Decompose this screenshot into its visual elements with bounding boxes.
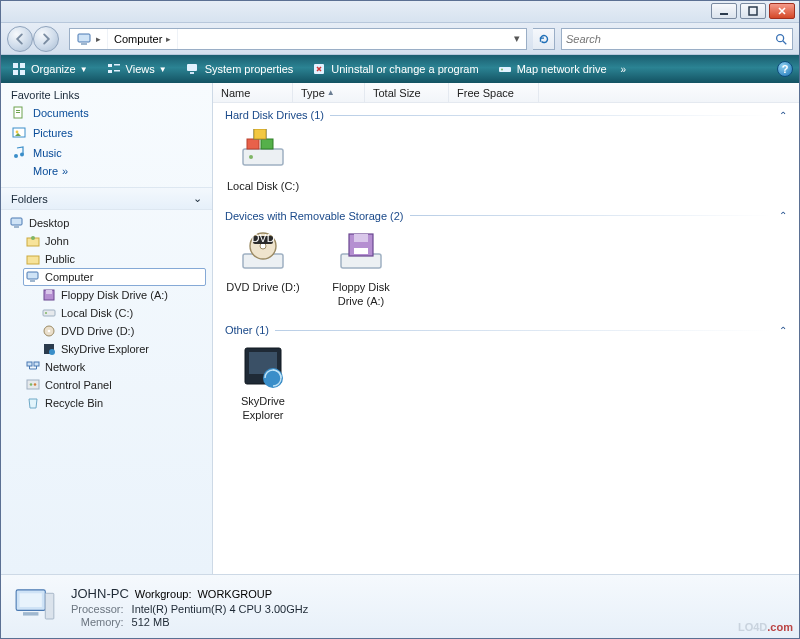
svg-rect-16 bbox=[499, 67, 511, 72]
svg-rect-47 bbox=[247, 139, 259, 149]
computer-icon bbox=[25, 269, 41, 285]
collapse-icon[interactable]: ⌃ bbox=[779, 210, 787, 221]
organize-button[interactable]: Organize ▼ bbox=[7, 59, 92, 79]
back-button[interactable] bbox=[7, 26, 33, 52]
drive-local-disk-c[interactable]: Local Disk (C:) bbox=[225, 129, 301, 194]
collapse-icon[interactable]: ⌃ bbox=[779, 110, 787, 121]
svg-rect-6 bbox=[20, 63, 25, 68]
svg-rect-66 bbox=[45, 593, 54, 619]
titlebar bbox=[1, 1, 799, 23]
folders-header[interactable]: Folders ⌄ bbox=[1, 187, 212, 210]
group-header[interactable]: Hard Disk Drives (1) ⌃ bbox=[225, 109, 787, 121]
tree-skydrive[interactable]: SkyDrive Explorer bbox=[39, 340, 206, 358]
help-button[interactable]: ? bbox=[777, 61, 793, 77]
nav-history-buttons bbox=[7, 26, 63, 52]
maximize-button[interactable] bbox=[740, 3, 766, 19]
tree-label: John bbox=[45, 235, 69, 247]
svg-rect-13 bbox=[187, 64, 197, 71]
navigation-bar: ▸ Computer ▸ ▾ bbox=[1, 23, 799, 55]
svg-rect-29 bbox=[27, 256, 39, 264]
tree-public[interactable]: Public bbox=[23, 250, 206, 268]
breadcrumb-computer[interactable]: Computer ▸ bbox=[108, 29, 178, 49]
svg-point-4 bbox=[777, 34, 784, 41]
location-dropdown-icon[interactable]: ▾ bbox=[508, 32, 526, 45]
drive-skydrive[interactable]: SkyDrive Explorer bbox=[225, 344, 301, 423]
svg-rect-40 bbox=[27, 362, 32, 366]
floppy-drive-icon bbox=[337, 230, 385, 278]
cmd-label: Organize bbox=[31, 63, 76, 75]
tree-label: Floppy Disk Drive (A:) bbox=[61, 289, 168, 301]
cmd-label: Map network drive bbox=[517, 63, 607, 75]
tree-local-disk-c[interactable]: Local Disk (C:) bbox=[39, 304, 206, 322]
svg-rect-34 bbox=[43, 310, 55, 316]
sidebar-item-documents[interactable]: Documents bbox=[11, 103, 202, 123]
tree-desktop[interactable]: Desktop bbox=[7, 214, 206, 232]
dropdown-icon: ▼ bbox=[80, 65, 88, 74]
user-folder-icon bbox=[25, 233, 41, 249]
forward-button[interactable] bbox=[33, 26, 59, 52]
column-total-size[interactable]: Total Size bbox=[365, 83, 449, 102]
breadcrumb-root[interactable]: ▸ bbox=[70, 29, 108, 49]
control-panel-icon bbox=[25, 377, 41, 393]
svg-point-28 bbox=[31, 236, 35, 240]
svg-text:DVD: DVD bbox=[251, 232, 274, 244]
more-commands-icon[interactable]: » bbox=[621, 64, 627, 75]
sidebar-item-more[interactable]: More » bbox=[11, 163, 202, 179]
svg-rect-5 bbox=[13, 63, 18, 68]
map-drive-button[interactable]: Map network drive bbox=[493, 59, 611, 79]
tree-john[interactable]: John bbox=[23, 232, 206, 250]
skydrive-icon bbox=[239, 344, 287, 392]
favorites-list: Documents Pictures Music More » bbox=[1, 103, 212, 187]
tree-control-panel[interactable]: Control Panel bbox=[23, 376, 206, 394]
tree-floppy-a[interactable]: Floppy Disk Drive (A:) bbox=[39, 286, 206, 304]
folder-tree: Desktop John Public bbox=[1, 210, 212, 574]
tree-network[interactable]: Network bbox=[23, 358, 206, 376]
refresh-button[interactable] bbox=[533, 28, 555, 50]
tree-label: Computer bbox=[45, 271, 93, 283]
minimize-button[interactable] bbox=[711, 3, 737, 19]
search-input[interactable] bbox=[566, 33, 774, 45]
views-button[interactable]: Views ▼ bbox=[102, 59, 171, 79]
map-drive-icon bbox=[497, 61, 513, 77]
more-label: More bbox=[33, 165, 58, 177]
search-icon[interactable] bbox=[774, 32, 788, 46]
hdd-icon bbox=[41, 305, 57, 321]
svg-rect-26 bbox=[14, 226, 19, 228]
collapse-icon[interactable]: ⌃ bbox=[779, 325, 787, 336]
svg-point-44 bbox=[34, 383, 37, 386]
tree-computer[interactable]: Computer bbox=[23, 268, 206, 286]
svg-point-23 bbox=[14, 154, 18, 158]
sidebar-item-pictures[interactable]: Pictures bbox=[11, 123, 202, 143]
dvd-drive-icon: DVD bbox=[239, 230, 287, 278]
tree-label: Desktop bbox=[29, 217, 69, 229]
group-header[interactable]: Other (1) ⌃ bbox=[225, 324, 787, 336]
close-button[interactable] bbox=[769, 3, 795, 19]
drive-dvd-d[interactable]: DVD DVD Drive (D:) bbox=[225, 230, 301, 309]
chevron-right-icon: ▸ bbox=[166, 34, 171, 44]
address-bar[interactable]: ▸ Computer ▸ ▾ bbox=[69, 28, 527, 50]
column-name[interactable]: Name bbox=[213, 83, 293, 102]
svg-rect-10 bbox=[108, 70, 112, 73]
drive-floppy-a[interactable]: Floppy Disk Drive (A:) bbox=[323, 230, 399, 309]
svg-rect-64 bbox=[20, 593, 42, 607]
uninstall-program-button[interactable]: Uninstall or change a program bbox=[307, 59, 482, 79]
floppy-icon bbox=[41, 287, 57, 303]
svg-rect-50 bbox=[254, 129, 266, 139]
tree-dvd-d[interactable]: DVD Drive (D:) bbox=[39, 322, 206, 340]
tree-label: Control Panel bbox=[45, 379, 112, 391]
sidebar-item-music[interactable]: Music bbox=[11, 143, 202, 163]
favorites-header: Favorite Links bbox=[1, 83, 212, 103]
svg-rect-65 bbox=[23, 612, 38, 615]
tree-label: SkyDrive Explorer bbox=[61, 343, 149, 355]
group-header[interactable]: Devices with Removable Storage (2) ⌃ bbox=[225, 210, 787, 222]
search-box[interactable] bbox=[561, 28, 793, 50]
tree-recycle-bin[interactable]: Recycle Bin bbox=[23, 394, 206, 412]
desktop-icon bbox=[9, 215, 25, 231]
svg-rect-33 bbox=[46, 290, 52, 294]
column-free-space[interactable]: Free Space bbox=[449, 83, 539, 102]
column-type[interactable]: Type▲ bbox=[293, 83, 365, 102]
svg-point-39 bbox=[49, 349, 55, 355]
system-properties-button[interactable]: System properties bbox=[181, 59, 298, 79]
svg-rect-48 bbox=[261, 139, 273, 149]
hdd-icon bbox=[239, 129, 287, 177]
